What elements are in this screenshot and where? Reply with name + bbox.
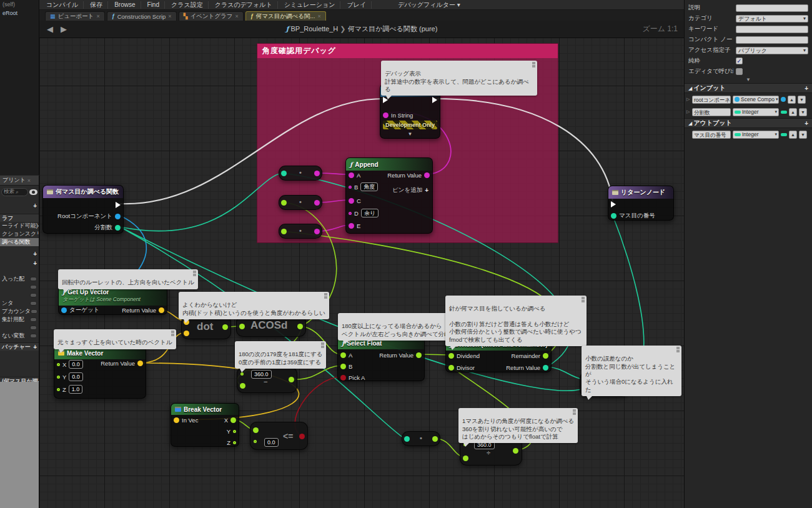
variable-item[interactable]: ンタ (0, 299, 39, 307)
graph-canvas[interactable]: ◀ ▶ ƒ BP_Roulette_H ❯ 何マス目か調べる関数 (pure) … (39, 21, 684, 508)
dividend-pin[interactable] (448, 353, 454, 359)
acosd-in-pin[interactable] (239, 324, 245, 329)
node-subtract[interactable]: 360.0 − (237, 367, 297, 393)
node-function-entry[interactable]: 何マス目か調べる関数 Rootコンポーネント 分割数 (42, 185, 124, 234)
keywords-input[interactable] (736, 26, 808, 33)
conversion-out-pin[interactable] (314, 229, 320, 234)
conversion-in-pin[interactable] (281, 200, 287, 206)
node-to-string-conversion[interactable]: • (279, 224, 322, 239)
function-item-selected[interactable]: 調べる関数 (0, 238, 39, 246)
node-to-string-conversion[interactable]: • (279, 166, 322, 181)
move-down-button[interactable]: ▼ (799, 108, 807, 116)
acosd-out-pin[interactable] (297, 324, 303, 329)
pure-checkbox[interactable]: ✓ (736, 57, 743, 64)
y-value[interactable]: 0.0 (69, 372, 83, 381)
variable-item[interactable] (0, 324, 39, 332)
collapse-icon[interactable]: ▼ (380, 131, 440, 137)
compare-b-pin[interactable] (254, 440, 257, 443)
simulate-button[interactable]: シミュレーション (279, 1, 341, 9)
move-up-button[interactable]: ▲ (788, 96, 796, 104)
divide-b-pin[interactable] (463, 456, 468, 461)
call-in-editor-checkbox[interactable] (736, 68, 743, 75)
divisions-pin[interactable] (115, 225, 121, 231)
x-pin[interactable] (57, 363, 60, 366)
input-name-field[interactable]: rootコンポーネ: (692, 96, 731, 104)
variable-visibility-icon[interactable] (30, 277, 37, 281)
debug-filter-dropdown[interactable]: デバッグフィルター ▾ (398, 1, 460, 9)
node-int-to-float-conversion[interactable]: • (402, 431, 440, 446)
variable-item[interactable] (0, 291, 39, 299)
variable-item[interactable]: 入った配 (0, 275, 39, 283)
variable-item[interactable]: ない変数 (0, 332, 39, 340)
dispatchers-section-header[interactable]: バッチャー+ (0, 342, 39, 351)
target-pin[interactable] (61, 307, 67, 313)
variable-visibility-icon[interactable] (30, 285, 37, 289)
node-comment-bubble[interactable]: デバッグ表示 計算途中の数字を表示して、問題がどこにあるか調べる (381, 61, 537, 96)
output-name-field[interactable]: マス目の番号 (692, 131, 731, 139)
divisor-pin[interactable] (448, 365, 454, 371)
node-append[interactable]: ƒ Append A B 角度 C D 余り E Return Value + … (345, 157, 433, 234)
node-get-up-vector[interactable]: ƒ Get Up Vector ターゲットは Scene Component タ… (58, 286, 167, 315)
bubble-controls-icon[interactable] (193, 271, 196, 276)
variable-visibility-icon[interactable] (31, 309, 37, 314)
node-return[interactable]: リターンノード マス目の番号 (608, 186, 674, 221)
close-icon[interactable]: × (317, 13, 320, 19)
node-to-string-conversion[interactable]: • (279, 195, 322, 210)
in-vec-pin[interactable] (174, 417, 179, 423)
exec-out-pin[interactable] (116, 202, 121, 208)
input-type-dropdown[interactable]: Integer ▾ (733, 108, 779, 116)
compare-b-value[interactable]: 0.0 (264, 438, 279, 447)
input-type-dropdown[interactable]: Scene Compo ▾ (733, 96, 779, 104)
pin-c[interactable] (349, 198, 354, 204)
compare-a-pin[interactable] (253, 427, 259, 433)
expand-icon[interactable]: ▷ (686, 109, 690, 114)
blueprint-section-row[interactable]: + (0, 202, 39, 210)
category-dropdown[interactable]: デフォルト ▾ (736, 15, 808, 22)
bubble-controls-icon[interactable] (532, 62, 535, 67)
bubble-controls-icon[interactable] (324, 293, 327, 299)
add-icon[interactable]: + (38, 222, 39, 229)
expand-icon[interactable]: ▷ (686, 97, 690, 102)
component-item[interactable]: (self) (0, 0, 39, 9)
node-comment-bubble[interactable]: 回転中のルーレットの、上方向を向いたベクトル (58, 269, 198, 289)
variable-visibility-icon[interactable] (30, 293, 37, 297)
x-value[interactable]: 0.0 (69, 360, 83, 369)
move-down-button[interactable]: ▼ (799, 131, 807, 139)
inputs-section-header[interactable]: ◢ インプット + (685, 83, 812, 93)
pin-e[interactable] (349, 223, 354, 229)
return-value-pin[interactable] (424, 172, 430, 178)
node-comment-bubble[interactable]: 小数の誤差なのか 分割数と同じ数が出てしまうことが そういう場合0になるように入… (582, 346, 681, 396)
play-button[interactable]: プレイ (342, 1, 372, 9)
z-value[interactable]: 1.0 (69, 385, 83, 394)
bubble-controls-icon[interactable] (321, 342, 324, 348)
description-input[interactable] (736, 4, 808, 12)
save-button[interactable]: 保存 (85, 1, 108, 9)
variable-visibility-icon[interactable] (30, 326, 37, 330)
conversion-in-pin[interactable] (281, 229, 287, 234)
bubble-controls-icon[interactable] (573, 409, 576, 415)
in-string-pin[interactable] (383, 112, 389, 118)
y-out-pin[interactable] (233, 430, 236, 433)
tab-event-graph[interactable]: ▚ イベントグラフ× (179, 11, 244, 21)
browse-button[interactable]: Browse (109, 1, 141, 9)
conversion-in-pin[interactable] (404, 436, 410, 442)
add-input-icon[interactable]: + (805, 85, 808, 92)
cell-number-pin[interactable] (611, 213, 616, 219)
tab-function-graph[interactable]: ƒ 何マス目か調べる関...× (245, 11, 326, 21)
expander-icon[interactable]: ▼ (685, 77, 812, 83)
conversion-out-pin[interactable] (314, 171, 320, 176)
node-break-vector[interactable]: Break Vector In Vec X Y Z (171, 403, 239, 447)
macros-section-header[interactable]: + (0, 250, 39, 258)
subtract-out-pin[interactable] (289, 377, 294, 382)
dot-b-pin[interactable] (184, 331, 189, 336)
pin-b-value[interactable]: 角度 (360, 182, 378, 191)
node-comment-bubble[interactable]: 針が何マス目を指しているか調べる 小数の割り算だけど普通は答えも小数だけど 小数… (445, 296, 587, 346)
close-icon[interactable]: × (235, 13, 239, 19)
exec-out-pin[interactable] (432, 97, 437, 103)
eye-filter-icon[interactable] (29, 189, 37, 195)
close-icon[interactable]: × (27, 177, 31, 184)
add-icon[interactable]: + (33, 344, 37, 351)
variable-visibility-icon[interactable] (30, 317, 37, 322)
return-value-pin[interactable] (159, 307, 164, 313)
move-up-button[interactable]: ▲ (789, 131, 797, 139)
